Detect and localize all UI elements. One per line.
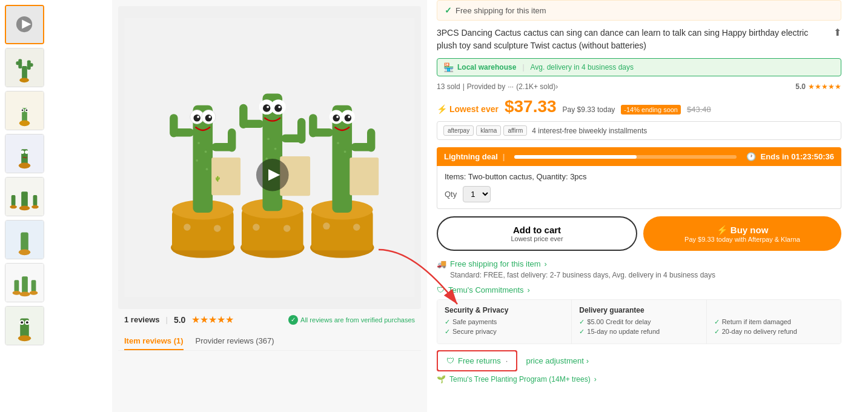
svg-rect-38 bbox=[31, 280, 36, 291]
clock-icon: 🕐 bbox=[746, 152, 756, 161]
free-shipping-label: Free shipping for this item bbox=[450, 259, 541, 268]
thumbnail-strip: 〜 bbox=[0, 0, 112, 412]
verified-text: All reviews are from verified purchases bbox=[300, 316, 415, 324]
svg-point-44 bbox=[21, 321, 23, 324]
tab-provider-reviews[interactable]: Provider reviews (367) bbox=[196, 333, 274, 350]
price-adj-label: price adjustment bbox=[526, 356, 583, 365]
share-button[interactable]: ⬆ bbox=[833, 27, 841, 38]
shipping-sub-detail: Standard: FREE, fast delivery: 2-7 busin… bbox=[450, 271, 841, 279]
shield-icon: 🛡 bbox=[437, 285, 445, 294]
main-product-image[interactable]: 🌵 bbox=[118, 6, 421, 309]
thumbnail-3[interactable] bbox=[5, 91, 44, 130]
thumbnail-8[interactable] bbox=[5, 306, 44, 345]
reviews-summary-row: 1 reviews | 5.0 ★★★★★ ✓ All reviews are … bbox=[118, 309, 421, 325]
timer-progress bbox=[514, 155, 736, 159]
thumbnail-1[interactable] bbox=[5, 5, 44, 44]
lowest-ever-label: Lowest ever bbox=[449, 104, 499, 114]
add-to-cart-button[interactable]: Add to cart Lowest price ever bbox=[437, 216, 637, 251]
provided-by: Provided by bbox=[467, 82, 505, 91]
free-returns-button[interactable]: 🛡 Free returns · bbox=[437, 350, 517, 371]
product-title-container: 3PCS Dancing Cactus cactus can sing can … bbox=[437, 27, 841, 52]
svg-point-29 bbox=[31, 205, 39, 209]
svg-point-37 bbox=[19, 292, 30, 297]
qty-row: Qty 1 2 3 bbox=[445, 186, 833, 202]
price-adjustment-button[interactable]: price adjustment › bbox=[517, 350, 597, 371]
tab-item-reviews[interactable]: Item reviews (1) bbox=[124, 333, 184, 350]
svg-point-9 bbox=[19, 78, 29, 82]
svg-point-14 bbox=[22, 110, 24, 111]
thumbnail-2[interactable] bbox=[5, 48, 44, 87]
discount-badge: -14% ending soon bbox=[621, 105, 681, 115]
installments-row: afterpay klarna affirm 4 interest-free b… bbox=[437, 121, 841, 140]
delivery-col: Delivery guarantee ✓ $5.00 Credit for de… bbox=[572, 300, 706, 344]
return-col: . ✓ Return if item damaged ✓ 20-day no d… bbox=[707, 300, 841, 344]
main-price: $37.33 bbox=[505, 97, 557, 116]
commitments-label: Temu's Commitments bbox=[448, 285, 524, 294]
thumbnail-7[interactable] bbox=[5, 263, 44, 302]
security-col: Security & Privacy ✓ Safe payments ✓ Sec… bbox=[437, 300, 572, 344]
svg-point-85 bbox=[274, 148, 277, 150]
lightning-deal-bar: Lightning deal | 🕐 Ends in 01:23:50:36 bbox=[437, 147, 841, 166]
lightning-deal-label: Lightning deal bbox=[444, 152, 498, 161]
svg-point-107 bbox=[344, 151, 346, 153]
svg-point-64 bbox=[196, 159, 198, 162]
svg-point-32 bbox=[19, 249, 30, 255]
safe-payments-label: Safe payments bbox=[452, 318, 497, 325]
lowest-price-label: Lowest price ever bbox=[445, 235, 629, 242]
svg-point-89 bbox=[283, 225, 291, 232]
free-shipping-top-label: Free shipping for this item bbox=[456, 6, 546, 15]
svg-point-42 bbox=[18, 335, 31, 341]
svg-rect-8 bbox=[27, 60, 31, 70]
price-row: ⚡ Lowest ever $37.33 Pay $9.33 today -14… bbox=[437, 97, 841, 116]
check-icon-3: ✓ bbox=[579, 318, 585, 326]
commitments-row[interactable]: 🛡 Temu's Commitments › bbox=[437, 285, 841, 294]
buy-now-button[interactable]: ⚡ Buy now Pay $9.33 today with Afterpay … bbox=[643, 216, 841, 251]
pay-today-label: Pay $9.33 today bbox=[563, 105, 615, 114]
truck-icon: 🚚 bbox=[437, 259, 446, 268]
svg-point-105 bbox=[348, 116, 350, 118]
svg-rect-55 bbox=[228, 128, 236, 151]
timer-fill bbox=[514, 155, 636, 159]
pipe: | bbox=[522, 63, 524, 71]
lowest-ever: ⚡ Lowest ever bbox=[437, 104, 499, 114]
timer-label: Ends in 01:23:50:36 bbox=[761, 152, 834, 161]
bottom-actions-row: 🛡 Free returns · price adjustment › bbox=[437, 350, 841, 371]
temu-plant-program[interactable]: 🌱 Temu's Tree Planting Program (14M+ tre… bbox=[437, 371, 841, 387]
svg-rect-75 bbox=[239, 104, 247, 128]
pipe-separator: | bbox=[503, 152, 505, 161]
secure-privacy-label: Secure privacy bbox=[452, 328, 497, 335]
main-image-area: 🌵 bbox=[112, 0, 427, 412]
installments-text: 4 interest-free biweekly installments bbox=[532, 127, 647, 135]
svg-point-63 bbox=[205, 151, 207, 153]
chevron-icon: › bbox=[555, 82, 558, 91]
free-shipping-row[interactable]: 🚚 Free shipping for this item › bbox=[437, 259, 841, 268]
free-returns-label: Free returns bbox=[458, 356, 501, 365]
svg-point-60 bbox=[205, 115, 213, 122]
svg-point-16 bbox=[25, 110, 27, 111]
svg-point-61 bbox=[208, 116, 211, 118]
verified-badge: ✓ All reviews are from verified purchase… bbox=[288, 315, 415, 325]
no-delivery-label: 20-day no delivery refund bbox=[722, 328, 797, 335]
plant-label: Temu's Tree Planting Program (14M+ trees… bbox=[449, 375, 591, 384]
warehouse-label: Local warehouse bbox=[457, 63, 516, 71]
svg-point-46 bbox=[26, 321, 28, 324]
qty-select[interactable]: 1 2 3 bbox=[463, 186, 491, 202]
svg-point-69 bbox=[214, 225, 221, 232]
klarna-pill: klarna bbox=[476, 125, 501, 136]
thumbnail-5[interactable] bbox=[5, 177, 44, 216]
svg-point-84 bbox=[267, 138, 270, 140]
svg-point-21 bbox=[25, 150, 28, 154]
svg-point-12 bbox=[19, 120, 30, 126]
no-delivery-item: ✓ 20-day no delivery refund bbox=[714, 328, 833, 336]
chevron-right-icon: › bbox=[545, 259, 547, 268]
seller-row: 13 sold | Provided by ··· (2.1K+ sold) ›… bbox=[437, 82, 841, 91]
svg-rect-77 bbox=[297, 118, 305, 144]
thumbnail-6[interactable] bbox=[5, 220, 44, 259]
sep: | bbox=[463, 82, 465, 91]
thumbnail-4[interactable]: 〜 bbox=[5, 134, 44, 173]
returns-icon: 🛡 bbox=[446, 356, 454, 365]
qty-label: Qty bbox=[445, 190, 457, 199]
check-icon-2: ✓ bbox=[445, 328, 450, 336]
chevron-adj-icon: › bbox=[586, 356, 589, 365]
affirm-pill: affirm bbox=[503, 125, 527, 136]
